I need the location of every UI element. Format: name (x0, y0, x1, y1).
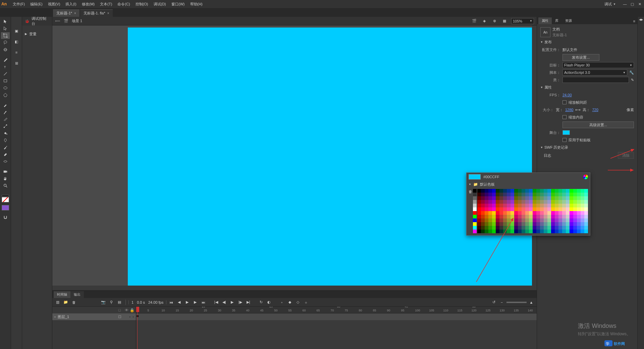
color-cell[interactable] (573, 193, 577, 196)
color-cell[interactable] (511, 196, 514, 200)
fit-icon[interactable]: ⊕ (491, 18, 498, 24)
color-cell[interactable] (544, 207, 547, 211)
color-cell[interactable] (547, 207, 551, 211)
color-cell[interactable] (566, 196, 570, 200)
clip-icon[interactable]: ▦ (501, 18, 508, 24)
color-cell[interactable] (584, 226, 588, 230)
color-cell[interactable] (540, 218, 544, 222)
timeline-zoom-slider[interactable] (506, 302, 527, 303)
color-cell[interactable] (499, 200, 503, 204)
clear-button[interactable]: 清除 (618, 152, 634, 159)
color-cell[interactable] (496, 204, 499, 207)
color-cell[interactable] (473, 189, 477, 193)
camera-tool[interactable] (1, 168, 10, 175)
timeline-zoom-in-icon[interactable]: ▲ (528, 299, 535, 306)
color-cell[interactable] (584, 211, 588, 215)
color-cell[interactable] (488, 189, 492, 193)
color-cell[interactable] (525, 211, 529, 215)
layer-depth-icon[interactable]: ▤ (116, 299, 123, 306)
color-cell[interactable] (540, 215, 544, 218)
color-cell[interactable] (570, 207, 573, 211)
variables-row[interactable]: ▶ 变量 (22, 30, 52, 38)
minimize-button[interactable]: — (622, 1, 628, 7)
color-cell[interactable] (533, 207, 536, 211)
color-cell[interactable] (555, 215, 558, 218)
color-cell[interactable] (518, 193, 522, 196)
color-cell[interactable] (511, 193, 514, 196)
color-cell[interactable] (581, 222, 584, 226)
camera-icon[interactable]: 📷 (100, 299, 107, 306)
color-cell[interactable] (492, 200, 496, 204)
color-cell[interactable] (566, 204, 570, 207)
color-cell[interactable] (577, 204, 581, 207)
color-cell[interactable] (473, 204, 477, 207)
color-cell[interactable] (492, 222, 496, 226)
color-cell[interactable] (488, 207, 492, 211)
color-cell[interactable] (544, 222, 547, 226)
rectangle-tool[interactable] (1, 78, 10, 84)
color-cell[interactable] (570, 230, 573, 233)
color-cell[interactable] (481, 215, 485, 218)
step-fwd-icon[interactable]: ▶ (192, 299, 199, 306)
stage-color-swatch[interactable] (562, 130, 570, 135)
last-frame-icon[interactable]: ⏭ (200, 299, 207, 306)
color-cell[interactable] (584, 196, 588, 200)
step-back-icon[interactable]: ◀ (176, 299, 182, 306)
color-cell[interactable] (514, 226, 518, 230)
onion-icon[interactable]: ◐ (266, 299, 272, 306)
color-cell[interactable] (477, 189, 481, 193)
color-cell[interactable] (492, 211, 496, 215)
color-cell[interactable] (507, 207, 511, 211)
color-cell[interactable] (529, 207, 533, 211)
oval-tool[interactable] (1, 85, 10, 91)
color-cell[interactable] (473, 196, 477, 200)
back-icon[interactable]: ⟸ (55, 19, 60, 23)
color-cell[interactable] (503, 211, 507, 215)
color-cell[interactable] (570, 204, 573, 207)
next-key-icon[interactable]: |▶ (237, 299, 244, 306)
color-cell[interactable] (481, 204, 485, 207)
delete-layer-icon[interactable]: 🗑 (70, 299, 77, 306)
color-cell[interactable] (577, 211, 581, 215)
color-cell[interactable] (547, 189, 551, 193)
color-cell[interactable] (555, 196, 558, 200)
color-cell[interactable] (533, 193, 536, 196)
color-cell[interactable] (584, 189, 588, 193)
color-cell[interactable] (555, 207, 558, 211)
chevron-down-icon[interactable]: ▼ (469, 183, 471, 186)
color-cell[interactable] (540, 200, 544, 204)
color-cell[interactable] (562, 230, 566, 233)
color-cell[interactable] (570, 189, 573, 193)
hand-tool[interactable] (1, 175, 10, 182)
color-cell[interactable] (503, 204, 507, 207)
color-cell[interactable] (573, 218, 577, 222)
color-cell[interactable] (492, 196, 496, 200)
color-grid[interactable] (477, 189, 588, 233)
color-cell[interactable] (496, 189, 499, 193)
color-cell[interactable] (481, 211, 485, 215)
color-cell[interactable] (492, 226, 496, 230)
color-cell[interactable] (547, 215, 551, 218)
panel-menu-icon[interactable]: ≡ (631, 18, 637, 24)
color-cell[interactable] (562, 193, 566, 196)
color-cell[interactable] (547, 200, 551, 204)
color-cell[interactable] (536, 196, 540, 200)
color-cell[interactable] (551, 207, 555, 211)
color-cell[interactable] (496, 218, 499, 222)
color-cell[interactable] (584, 207, 588, 211)
color-cell[interactable] (540, 204, 544, 207)
color-cell[interactable] (514, 215, 518, 218)
color-cell[interactable] (525, 204, 529, 207)
pasteboard-checkbox[interactable] (562, 138, 567, 142)
color-cell[interactable] (558, 204, 562, 207)
color-cell[interactable] (507, 222, 511, 226)
stroke-color-swatch[interactable] (2, 195, 9, 196)
color-cell[interactable] (522, 204, 525, 207)
insert-key-icon[interactable]: ◆ (286, 299, 293, 306)
color-cell[interactable] (488, 230, 492, 233)
color-cell[interactable] (485, 200, 488, 204)
color-cell[interactable] (544, 230, 547, 233)
color-cell[interactable] (577, 196, 581, 200)
color-cell[interactable] (536, 218, 540, 222)
color-cell[interactable] (577, 193, 581, 196)
